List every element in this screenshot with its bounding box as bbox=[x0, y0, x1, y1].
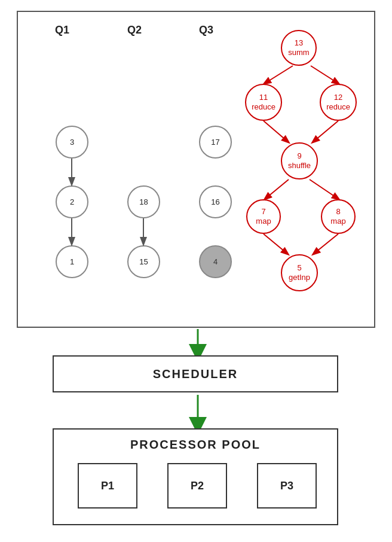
pool-box: PROCESSOR POOL P1 P2 P3 bbox=[53, 428, 338, 525]
node-1: 1 bbox=[56, 245, 88, 278]
node-16: 16 bbox=[199, 185, 232, 218]
q1-label: Q1 bbox=[55, 24, 69, 36]
node-8: 8 map bbox=[321, 199, 356, 234]
processor-p3: P3 bbox=[257, 463, 317, 508]
node-13: 13 summ bbox=[281, 30, 317, 66]
q2-label: Q2 bbox=[127, 24, 142, 36]
svg-line-3 bbox=[264, 66, 293, 84]
node-18: 18 bbox=[127, 185, 160, 218]
processor-p2: P2 bbox=[167, 463, 227, 508]
node-2: 2 bbox=[56, 185, 88, 218]
node-5: 5 getInp bbox=[281, 254, 318, 291]
node-11: 11 reduce bbox=[245, 84, 282, 121]
node-17: 17 bbox=[199, 126, 232, 159]
q3-label: Q3 bbox=[199, 24, 213, 36]
pool-label: PROCESSOR POOL bbox=[54, 438, 337, 452]
node-9: 9 shuffle bbox=[281, 142, 318, 179]
node-15: 15 bbox=[127, 245, 160, 278]
node-7: 7 map bbox=[246, 199, 281, 234]
svg-line-10 bbox=[313, 234, 338, 254]
svg-line-9 bbox=[264, 234, 288, 254]
svg-line-7 bbox=[265, 179, 289, 199]
svg-line-4 bbox=[311, 66, 339, 84]
scheduler-box: SCHEDULER bbox=[53, 355, 338, 392]
svg-line-6 bbox=[313, 121, 338, 142]
scheduler-label: SCHEDULER bbox=[153, 367, 238, 381]
processor-p1: P1 bbox=[78, 463, 137, 508]
node-3: 3 bbox=[56, 126, 88, 159]
queue-box: Q1 Q2 Q3 3 2 1 18 15 17 16 4 13 summ 11 … bbox=[17, 11, 375, 328]
svg-line-5 bbox=[264, 121, 289, 142]
arrow-scheduler-to-pool bbox=[189, 394, 207, 432]
arrow-queue-to-scheduler bbox=[189, 328, 207, 359]
svg-line-8 bbox=[310, 179, 339, 199]
node-12: 12 reduce bbox=[320, 84, 357, 121]
internal-arrows bbox=[18, 12, 374, 327]
node-4: 4 bbox=[199, 245, 232, 278]
